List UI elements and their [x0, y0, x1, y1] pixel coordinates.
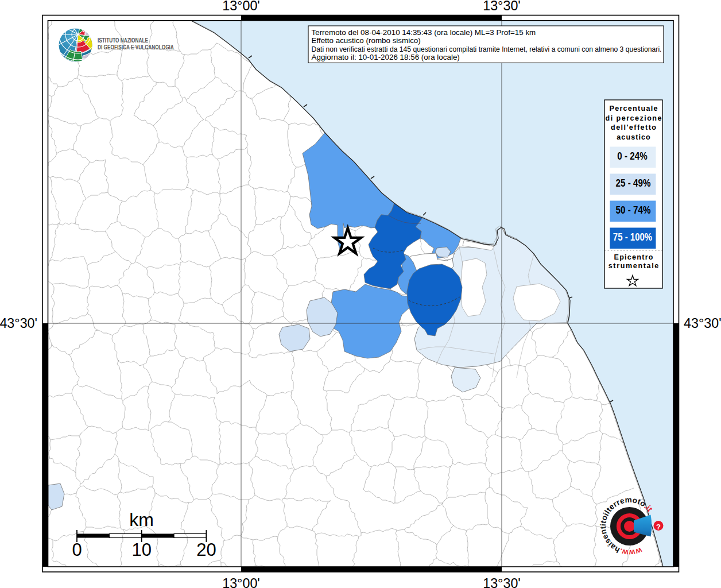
svg-text:50 - 74%: 50 - 74% — [616, 204, 651, 216]
svg-text:Dati non verificati estratti d: Dati non verificati estratti da 145 ques… — [312, 45, 662, 53]
svg-text:43°30': 43°30' — [684, 316, 721, 331]
svg-text:Epicentro: Epicentro — [614, 253, 653, 261]
svg-text:20: 20 — [196, 540, 216, 560]
svg-text:DI GEOFISICA E VULCANOLOGIA: DI GEOFISICA E VULCANOLOGIA — [98, 44, 174, 51]
svg-text:ISTITUTO NAZIONALE: ISTITUTO NAZIONALE — [98, 37, 148, 44]
svg-text:43°30': 43°30' — [0, 316, 37, 331]
svg-text:13°30': 13°30' — [483, 576, 521, 588]
svg-text:13°30': 13°30' — [483, 0, 521, 13]
svg-text:Percentuale: Percentuale — [610, 105, 658, 113]
svg-text:di percezione: di percezione — [606, 114, 662, 122]
svg-text:Effetto acustico (rombo sismic: Effetto acustico (rombo sismico) — [312, 36, 421, 45]
svg-text:?: ? — [656, 523, 661, 531]
svg-text:10: 10 — [131, 540, 151, 560]
svg-text:km: km — [129, 509, 154, 530]
svg-text:dell'effetto: dell'effetto — [611, 123, 656, 131]
svg-text:Terremoto del 08-04-2010 14:35: Terremoto del 08-04-2010 14:35:43 (ora l… — [312, 28, 536, 37]
svg-text:13°00': 13°00' — [222, 0, 260, 13]
svg-text:75 - 100%: 75 - 100% — [613, 231, 652, 243]
svg-text:acustico: acustico — [617, 133, 650, 141]
svg-text:25 - 49%: 25 - 49% — [616, 177, 651, 189]
svg-text:Aggiornato il: 10-01-2026 18:5: Aggiornato il: 10-01-2026 18:56 (ora loc… — [312, 53, 460, 61]
svg-text:0: 0 — [72, 540, 82, 560]
svg-text:0 - 24%: 0 - 24% — [617, 150, 647, 163]
svg-text:13°00': 13°00' — [222, 576, 260, 588]
